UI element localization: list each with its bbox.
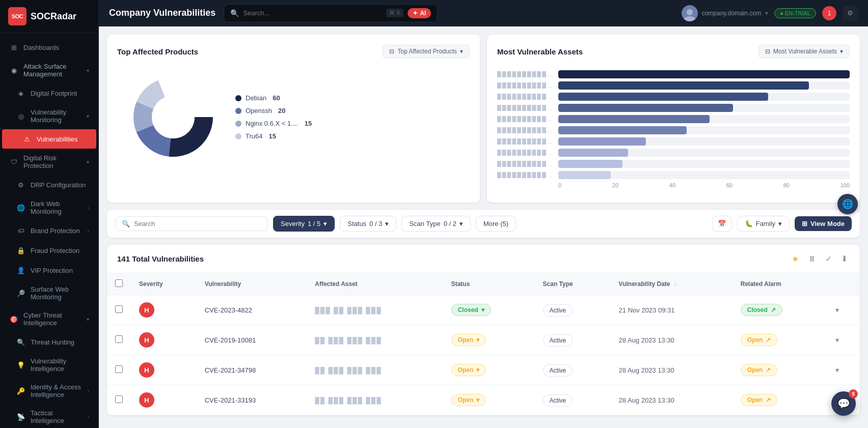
sidebar-item-digital-risk[interactable]: 🛡 Digital Risk Protection ▾	[2, 149, 96, 175]
row-checkbox[interactable]	[115, 335, 123, 343]
row-checkbox-cell	[107, 355, 131, 385]
sidebar-item-vuln-intel[interactable]: 💡 Vulnerability Intelligence	[2, 352, 96, 378]
cve-link[interactable]: CVE-2021-34798	[205, 366, 256, 374]
bar-label: ████████████	[497, 138, 553, 145]
search-bar[interactable]: 🔍 ⌘ K ✦ AI	[224, 4, 438, 22]
status-badge[interactable]: Open ▾	[451, 364, 486, 376]
charts-row: Top Affected Products ⊟ Top Affected Pro…	[107, 35, 860, 203]
status-arrow[interactable]: ▾	[476, 396, 479, 404]
notification-button[interactable]: 1	[822, 6, 836, 20]
select-all-checkbox[interactable]	[115, 279, 123, 287]
legend-item-openssh: Openssh 20	[235, 107, 312, 115]
sidebar-item-threat-hunting[interactable]: 🔍 Threat Hunting	[2, 332, 96, 352]
table-total-label: 141 Total Vulnerabilities	[117, 254, 204, 263]
bar-fill	[558, 81, 809, 90]
status-badge[interactable]: Open ▾	[451, 394, 486, 406]
sidebar-item-tactical-intel[interactable]: 📡 Tactical Intelligence ›	[2, 404, 96, 428]
sidebar-item-brand-protection[interactable]: 🏷 Brand Protection ›	[2, 221, 96, 240]
table-search-wrap[interactable]: 🔍	[115, 216, 268, 231]
alarm-badge[interactable]: Open ↗	[741, 334, 778, 346]
status-arrow[interactable]: ▾	[481, 306, 484, 313]
row-expand-button[interactable]: ▾	[835, 336, 839, 344]
calendar-button[interactable]: 📅	[712, 216, 732, 232]
sidebar-label-surface-web: Surface Web Monitoring	[31, 286, 89, 301]
status-arrow[interactable]: ▾	[476, 366, 479, 374]
bar-row: ████████████	[497, 104, 850, 112]
bar-track	[558, 137, 850, 146]
settings-button[interactable]: ⚙	[843, 6, 858, 21]
row-checkbox-cell	[107, 385, 131, 415]
sidebar-label-digital-risk: Digital Risk Protection	[23, 154, 82, 169]
row-expand-button[interactable]: ▾	[835, 306, 839, 314]
vuln-monitoring-arrow: ▾	[87, 113, 89, 119]
sort-icon: ↓	[674, 280, 677, 288]
alarm-external-icon[interactable]: ↗	[766, 396, 771, 404]
family-filter-button[interactable]: 🐛 Family ▾	[737, 216, 790, 232]
table-download-button[interactable]: ⬇	[839, 252, 850, 266]
bar-fill	[558, 93, 768, 101]
table-search-input[interactable]	[134, 220, 261, 227]
donut-filter-button[interactable]: ⊟ Top Affected Products ▾	[383, 45, 470, 58]
table-pause-button[interactable]: ⏸	[806, 252, 818, 266]
alarm-external-icon[interactable]: ↗	[771, 306, 776, 313]
row-cve: CVE-2019-10081	[197, 325, 307, 355]
globe-button[interactable]: 🌐	[837, 194, 858, 214]
row-checkbox[interactable]	[115, 365, 123, 373]
legend-color-tru64	[235, 133, 241, 139]
alarm-badge[interactable]: Open ↗	[741, 394, 778, 406]
legend-label-openssh: Openssh	[246, 107, 272, 115]
bar-label: ████████████	[497, 116, 553, 122]
sidebar-item-dashboards[interactable]: ⊞ Dashboards	[2, 38, 96, 57]
scan-type-filter-button[interactable]: Scan Type 0 / 2 ▾	[401, 216, 471, 232]
row-date: 21 Nov 2023 09:31	[611, 295, 733, 325]
row-checkbox[interactable]	[115, 395, 123, 403]
sidebar-item-vulnerabilities[interactable]: ⚠ Vulnerabilities	[2, 129, 96, 149]
row-expand-button[interactable]: ▾	[835, 366, 839, 374]
sidebar-item-attack-surface[interactable]: ◉ Attack Surface Management ▾	[2, 58, 96, 83]
table-export-button[interactable]: ★	[790, 252, 801, 266]
sidebar-item-vuln-monitoring[interactable]: ◎ Vulnerability Monitoring ▾	[2, 103, 96, 129]
sidebar-item-vip-protection[interactable]: 👤 VIP Protection	[2, 261, 96, 280]
view-mode-label: View Mode	[810, 220, 845, 227]
vuln-intel-icon: 💡	[16, 360, 25, 369]
sidebar-item-surface-web[interactable]: 🔎 Surface Web Monitoring	[2, 280, 96, 306]
cve-link[interactable]: CVE-2021-33193	[205, 396, 256, 404]
identity-access-icon: 🔑	[16, 386, 25, 395]
cve-link[interactable]: CVE-2019-10081	[205, 336, 256, 344]
table-check-button[interactable]: ✓	[823, 252, 834, 266]
alarm-badge[interactable]: Closed ↗	[741, 304, 782, 316]
sidebar-label-vuln-monitoring: Vulnerability Monitoring	[31, 108, 82, 124]
ai-badge[interactable]: ✦ AI	[408, 8, 431, 18]
more-filters-button[interactable]: More (5)	[476, 216, 516, 232]
status-arrow[interactable]: ▾	[476, 336, 479, 344]
cve-link[interactable]: CVE-2023-4822	[205, 306, 252, 314]
row-checkbox[interactable]	[115, 305, 123, 313]
alarm-external-icon[interactable]: ↗	[766, 366, 771, 374]
bar-rows-container: ████████████████████████████████████████…	[497, 70, 850, 179]
status-filter-button[interactable]: Status 0 / 3 ▾	[340, 216, 396, 232]
status-badge[interactable]: Closed ▾	[451, 304, 491, 316]
table-body: H CVE-2023-4822 ███.██.███.███ Closed ▾ …	[107, 295, 860, 415]
alarm-external-icon[interactable]: ↗	[766, 336, 771, 344]
sidebar-label-dark-web: Dark Web Monitoring	[31, 200, 83, 215]
user-dropdown-arrow[interactable]: ▾	[765, 10, 768, 17]
sidebar-item-drp-config[interactable]: ⚙ DRP Configuration	[2, 175, 96, 194]
ai-icon: ✦	[413, 10, 418, 17]
sidebar-item-digital-footprint[interactable]: ◈ Digital Footprint	[2, 83, 96, 103]
chat-button[interactable]: 💬 9	[831, 391, 856, 416]
sidebar-item-identity-access[interactable]: 🔑 Identity & Access Intelligence ›	[2, 378, 96, 404]
status-badge[interactable]: Open ▾	[451, 334, 486, 346]
sidebar-nav: ⊞ Dashboards ◉ Attack Surface Management…	[0, 33, 98, 428]
view-mode-button[interactable]: ⊞ View Mode	[795, 216, 852, 231]
search-input[interactable]	[243, 9, 382, 17]
alarm-badge[interactable]: Open ↗	[741, 364, 778, 376]
sidebar-item-fraud-protection[interactable]: 🔒 Fraud Protection	[2, 241, 96, 260]
dashboards-icon: ⊞	[9, 43, 18, 52]
filter-icon: ⊟	[389, 48, 394, 55]
col-vuln-date[interactable]: Vulnerability Date ↓	[611, 273, 733, 295]
bar-filter-button[interactable]: ⊟ Most Vulnerable Assets ▾	[758, 45, 850, 58]
sidebar-item-dark-web[interactable]: 🌐 Dark Web Monitoring ›	[2, 195, 96, 220]
sidebar-item-cti[interactable]: 🎯 Cyber Threat Intelligence ▾	[2, 306, 96, 332]
scan-type-arrow: ▾	[459, 220, 463, 227]
severity-filter-button[interactable]: Severity 1 / 5 ▾	[273, 216, 335, 232]
